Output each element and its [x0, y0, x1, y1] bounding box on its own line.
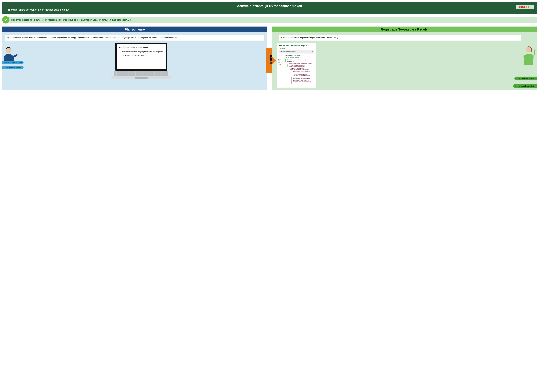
label-child-activity: Onderliggende activiteit — [2, 66, 24, 69]
check-icon — [2, 16, 10, 24]
functional-structure-card: Functionele structuur Er zijn 90 resulta… — [283, 53, 314, 86]
tree-child: Acculader in werking hebben — [125, 53, 163, 57]
svg-point-2 — [526, 46, 532, 52]
guideline-text: plaats activiteiten in een hiërarchische… — [19, 8, 69, 11]
svg-rect-4 — [535, 48, 535, 49]
side-filters: Best⌕ Activ⌕ Alle t — [278, 55, 281, 66]
highlight-children: +Acculader in werking hebben +Activiteit… — [291, 77, 313, 84]
registration-card: Registratie Toepasbare Regels Filter opt… — [277, 43, 316, 88]
label-child-activities-right: Onderliggende activiteiten — [512, 84, 537, 88]
label-parent-activity-right: Bovenliggende activiteit — [514, 77, 537, 80]
left-speech-bubble: Bij het aanmaken van een nieuwe activite… — [5, 35, 265, 41]
page-title: Activiteit inzichtelijk en toepasbaar ma… — [8, 4, 531, 8]
header-banner: Activiteit inzichtelijk en toepasbaar ma… — [2, 2, 537, 14]
publication-arrow: Publicatie — [266, 48, 276, 73]
func-title: Functionele structuur — [285, 55, 313, 57]
left-panel-body: Bij het aanmaken van een nieuwe activite… — [2, 32, 267, 90]
good-example-row: Goed voorbeeld: hoe bouw je een hiërarch… — [2, 16, 537, 24]
filter-title: Filter opties — [279, 48, 314, 49]
search-icon[interactable]: ⌕ — [278, 60, 280, 63]
label-parent-activity: Bovenliggende activiteit — [2, 61, 24, 64]
guideline: Richtlijn: plaats activiteiten in een hi… — [8, 8, 531, 11]
reg-tree: −Activiteit met gevolgen voor de fysieke… — [285, 59, 313, 84]
tree-parent: Milieubelastende activiteit gereguleerd … — [122, 50, 163, 53]
screen-tree: Milieubelastende activiteit gereguleerd … — [120, 50, 163, 57]
results-count: Er zijn 90 resultaten gevonden. — [285, 57, 313, 58]
person-right-icon — [519, 44, 538, 68]
highlight-parent: −Milieubelastende activiteit gereguleerd… — [290, 73, 313, 77]
trash-icon[interactable]: 🗑 — [312, 50, 313, 52]
concept-badge: CONCEPT — [516, 5, 534, 9]
filter-option[interactable]: Toon alleen bestuursorgaan 🗑 — [279, 50, 314, 53]
publication-label: Publicatie — [270, 55, 272, 66]
right-panel: Registratie Toepasbare Regels Ik zie in … — [272, 27, 537, 90]
right-panel-body: Ik zie in de Registratie Toepasbare Rege… — [272, 32, 537, 90]
search-icon[interactable]: ⌕ — [278, 56, 280, 58]
screen-title: Activiteit aanmaken in de structuur — [119, 46, 163, 48]
panels-row: Plansoftware Bij het aanmaken van een ni… — [2, 27, 537, 90]
laptop: Activiteit aanmaken in de structuur Mili… — [18, 43, 265, 79]
left-panel-title: Plansoftware — [2, 27, 267, 32]
good-example-text: Goed voorbeeld: hoe bouw je een hiërarch… — [6, 17, 537, 23]
reg-title: Registratie Toepasbare Regels — [279, 44, 314, 47]
right-speech-bubble: Ik zie in de Registratie Toepasbare Rege… — [279, 35, 521, 41]
right-panel-title: Registratie Toepasbare Regels — [272, 27, 537, 32]
guideline-label: Richtlijn: — [8, 8, 18, 11]
person-left-icon — [1, 46, 19, 68]
left-panel: Plansoftware Bij het aanmaken van een ni… — [2, 27, 267, 90]
